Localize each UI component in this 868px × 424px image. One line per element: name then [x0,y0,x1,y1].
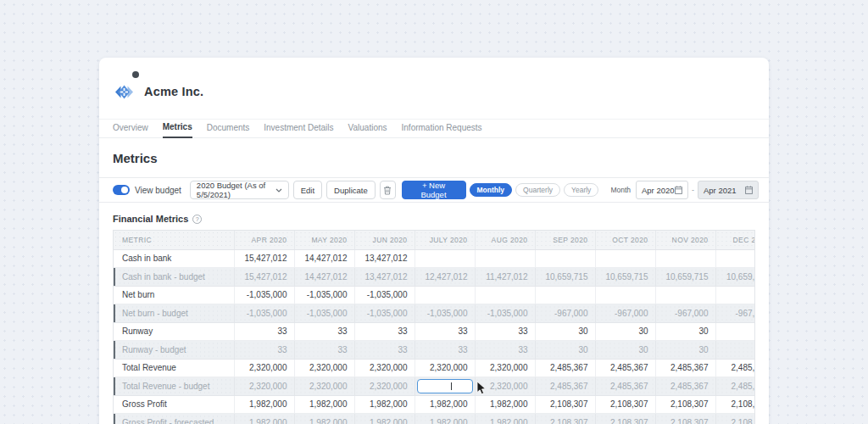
value-cell[interactable] [535,286,595,304]
value-cell[interactable]: 33 [354,322,415,341]
value-cell[interactable] [655,286,715,304]
value-cell[interactable]: -1,035,000 [234,286,294,304]
value-cell[interactable]: 2,320,000 [234,377,294,396]
value-cell[interactable]: 33 [234,322,294,341]
value-cell[interactable]: -967,000 [715,304,755,323]
value-cell[interactable]: 1,982,000 [294,395,354,414]
duplicate-budget-button[interactable]: Duplicate [326,181,376,199]
value-cell[interactable]: -1,035,000 [294,304,354,323]
value-cell[interactable]: 14,427,012 [294,249,354,268]
value-cell[interactable]: 13,427,012 [354,268,415,287]
value-cell[interactable]: 1,982,000 [294,414,354,424]
cell-edit-input[interactable] [417,379,473,393]
value-cell[interactable]: 2,320,000 [294,359,354,377]
tab-investment-details[interactable]: Investment Details [264,123,333,137]
value-cell[interactable] [715,249,755,268]
view-budget-toggle[interactable] [113,185,130,195]
value-cell[interactable]: 15,427,012 [234,268,294,287]
value-cell[interactable]: -1,035,000 [354,286,415,304]
value-cell[interactable]: -967,000 [595,304,655,323]
value-cell[interactable]: 2,485,367 [595,359,655,377]
value-cell[interactable]: 11,427,012 [475,268,535,287]
value-cell[interactable]: 1,982,000 [475,414,535,424]
date-from-input[interactable]: Apr 2020 [636,181,688,199]
value-cell[interactable]: 1,982,000 [354,395,415,414]
value-cell[interactable]: 2,485,367 [655,377,715,396]
value-cell[interactable]: 30 [595,322,655,341]
value-cell[interactable]: 2,108,307 [535,414,595,424]
tab-documents[interactable]: Documents [207,123,250,137]
value-cell[interactable] [535,249,595,268]
value-cell[interactable]: 33 [415,341,475,360]
value-cell[interactable]: 1,982,000 [234,395,294,414]
value-cell[interactable]: 33 [475,322,535,341]
value-cell[interactable]: 10,659,715 [715,268,755,287]
value-cell[interactable] [415,377,475,396]
value-cell[interactable]: -1,035,000 [415,304,475,323]
value-cell[interactable]: 2,320,000 [475,359,535,377]
new-budget-button[interactable]: + New Budget [402,181,466,199]
value-cell[interactable]: 33 [475,341,535,360]
value-cell[interactable]: -967,000 [655,304,715,323]
value-cell[interactable]: 33 [294,341,354,360]
date-to-input[interactable]: Apr 2021 [698,181,759,199]
edit-budget-button[interactable]: Edit [293,181,322,199]
value-cell[interactable]: 1,982,000 [475,395,535,414]
tab-overview[interactable]: Overview [113,123,148,137]
value-cell[interactable]: 2,108,307 [655,414,715,424]
value-cell[interactable] [715,322,755,341]
value-cell[interactable]: 30 [535,341,595,360]
value-cell[interactable]: 2,320,000 [294,377,354,396]
value-cell[interactable]: 14,427,012 [294,268,354,287]
value-cell[interactable]: 33 [415,322,475,341]
value-cell[interactable] [715,286,755,304]
period-pill-monthly[interactable]: Monthly [470,183,513,197]
value-cell[interactable]: 2,320,000 [415,359,475,377]
value-cell[interactable] [595,286,655,304]
value-cell[interactable]: 30 [535,322,595,341]
value-cell[interactable]: 1,982,000 [415,414,475,424]
value-cell[interactable]: -1,035,000 [475,304,535,323]
value-cell[interactable]: 15,427,012 [234,249,294,268]
value-cell[interactable] [715,341,755,360]
period-pill-quarterly[interactable]: Quarterly [515,183,560,197]
value-cell[interactable]: 1,982,000 [234,414,294,424]
value-cell[interactable]: 2,485,367 [655,359,715,377]
value-cell[interactable]: 10,659,715 [535,268,595,287]
value-cell[interactable] [595,249,655,268]
period-pill-yearly[interactable]: Yearly [564,183,598,197]
value-cell[interactable]: 2,485,367 [535,359,595,377]
value-cell[interactable]: 2,320,000 [234,359,294,377]
tab-information-requests[interactable]: Information Requests [402,123,482,137]
value-cell[interactable] [655,249,715,268]
tab-valuations[interactable]: Valuations [348,123,387,137]
value-cell[interactable]: 30 [595,341,655,360]
value-cell[interactable]: -1,035,000 [294,286,354,304]
value-cell[interactable]: 2,108,307 [715,414,755,424]
value-cell[interactable]: 13,427,012 [354,249,415,268]
value-cell[interactable]: -1,035,000 [234,304,294,323]
tab-metrics[interactable]: Metrics [163,122,192,138]
value-cell[interactable] [415,249,475,268]
value-cell[interactable]: 2,485,367 [715,359,755,377]
value-cell[interactable]: 10,659,715 [655,268,715,287]
value-cell[interactable]: 12,427,012 [415,268,475,287]
value-cell[interactable]: 2,320,000 [354,359,415,377]
help-icon[interactable]: ? [192,215,202,224]
value-cell[interactable]: 2,108,307 [595,395,655,414]
value-cell[interactable]: 2,485,367 [595,377,655,396]
value-cell[interactable]: 33 [294,322,354,341]
value-cell[interactable]: 2,108,307 [595,414,655,424]
value-cell[interactable]: 2,320,000 [354,377,415,396]
value-cell[interactable]: 2,485,367 [535,377,595,396]
value-cell[interactable] [415,286,475,304]
value-cell[interactable]: 33 [354,341,415,360]
value-cell[interactable]: 1,982,000 [354,414,415,424]
value-cell[interactable]: 33 [234,341,294,360]
value-cell[interactable]: 2,108,307 [655,395,715,414]
value-cell[interactable]: 30 [655,341,715,360]
value-cell[interactable]: 30 [655,322,715,341]
delete-budget-button[interactable] [380,181,396,199]
value-cell[interactable]: 2,108,307 [715,395,755,414]
value-cell[interactable]: 2,485,367 [715,377,755,396]
